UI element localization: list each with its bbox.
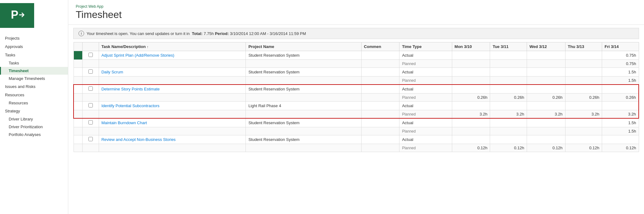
sidebar-item-resources-sub[interactable]: Resources	[0, 99, 68, 107]
col-indicator	[74, 42, 83, 51]
fri-cell	[602, 135, 639, 144]
svg-text:P: P	[11, 8, 18, 21]
wed-cell	[527, 118, 565, 127]
table-row: Daily ScrumStudent Reservation SystemAct…	[74, 68, 639, 76]
project-cell: Student Reservation System	[246, 118, 361, 127]
fri-cell: 0.75h	[602, 51, 639, 60]
sidebar-item-portfolio-analyses[interactable]: Portfolio Analyses	[0, 131, 68, 138]
thu-cell: 0.26h	[565, 94, 602, 102]
info-message: Your timesheet is open. You can send upd…	[87, 31, 306, 36]
time-type-cell: Planned	[399, 60, 452, 68]
indicator-cell	[74, 51, 83, 60]
mon-cell	[452, 118, 490, 127]
sidebar-section-tasks[interactable]: Tasks	[0, 51, 68, 59]
mon-cell	[452, 51, 490, 60]
checkbox-cell	[83, 110, 99, 119]
project-cell: Student Reservation System	[246, 85, 361, 94]
wed-cell	[527, 68, 565, 76]
task-cell	[99, 110, 246, 119]
task-cell	[99, 94, 246, 102]
time-type-cell: Planned	[399, 76, 452, 85]
time-type-cell: Planned	[399, 94, 452, 102]
task-cell	[99, 60, 246, 68]
task-link[interactable]: Maintain Burndown Chart	[101, 120, 147, 125]
checkbox-cell	[83, 144, 99, 152]
row-checkbox[interactable]	[88, 137, 93, 141]
task-link[interactable]: Adjust Sprint Plan (Add/Remove Stories)	[101, 53, 174, 58]
sidebar-section-issues-risks[interactable]: Issues and Risks	[0, 82, 68, 91]
time-type-cell: Actual	[399, 135, 452, 144]
thu-cell	[565, 68, 602, 76]
fri-cell: 1.5h	[602, 76, 639, 85]
wed-cell	[527, 127, 565, 135]
sidebar-section-strategy[interactable]: Strategy	[0, 107, 68, 115]
thu-cell	[565, 135, 602, 144]
checkbox-cell	[83, 60, 99, 68]
comment-cell	[361, 85, 399, 94]
mon-cell	[452, 60, 490, 68]
sidebar-section-resources[interactable]: Resources	[0, 91, 68, 99]
row-checkbox[interactable]	[88, 120, 93, 124]
sidebar-item-tasks-sub[interactable]: Tasks	[0, 59, 68, 67]
indicator-cell	[74, 144, 83, 152]
mon-cell: 0.26h	[452, 94, 490, 102]
task-link[interactable]: Identify Potential Subcontractors	[101, 103, 160, 108]
indicator-cell	[74, 118, 83, 127]
comment-cell	[361, 110, 399, 119]
task-cell: Determine Story Points Estimate	[99, 85, 246, 94]
indicator-cell	[74, 76, 83, 85]
task-cell: Review and Accept Non-Business Stories	[99, 135, 246, 144]
tue-cell: 3.2h	[490, 110, 527, 119]
checkbox-cell	[83, 118, 99, 127]
checkbox-cell	[83, 51, 99, 60]
mon-cell	[452, 68, 490, 76]
task-link[interactable]: Daily Scrum	[101, 70, 123, 74]
table-row: Planned1.5h	[74, 127, 639, 135]
checkbox-cell	[83, 127, 99, 135]
sidebar-section-approvals[interactable]: Approvals	[0, 42, 68, 51]
indicator-cell	[74, 102, 83, 110]
row-checkbox[interactable]	[88, 86, 93, 91]
table-header-row: Task Name/Description ↑ Project Name Com…	[74, 42, 639, 51]
project-cell	[246, 76, 361, 85]
wed-cell	[527, 60, 565, 68]
tue-cell	[490, 60, 527, 68]
col-comment: Commen	[361, 42, 399, 51]
row-checkbox[interactable]	[88, 103, 93, 107]
comment-cell	[361, 76, 399, 85]
time-type-cell: Actual	[399, 85, 452, 94]
row-checkbox[interactable]	[88, 53, 93, 57]
wed-cell	[527, 76, 565, 85]
main-content: Project Web App Timesheet i Your timeshe…	[68, 0, 644, 214]
checkbox-cell	[83, 135, 99, 144]
table-row: Determine Story Points EstimateStudent R…	[74, 85, 639, 94]
project-cell: Light Rail Phase 4	[246, 102, 361, 110]
sidebar-item-manage-timesheets[interactable]: Manage Timesheets	[0, 75, 68, 82]
sidebar-item-timesheet[interactable]: Timesheet	[0, 67, 68, 75]
row-checkbox[interactable]	[88, 69, 93, 74]
wed-cell	[527, 135, 565, 144]
sidebar-item-driver-prioritization[interactable]: Driver Prioritization	[0, 123, 68, 131]
sidebar-item-driver-library[interactable]: Driver Library	[0, 115, 68, 123]
thu-cell: 3.2h	[565, 110, 602, 119]
table-row: Review and Accept Non-Business StoriesSt…	[74, 135, 639, 144]
table-row: Maintain Burndown ChartStudent Reservati…	[74, 118, 639, 127]
time-type-cell: Actual	[399, 102, 452, 110]
mon-cell	[452, 102, 490, 110]
project-cell: Student Reservation System	[246, 51, 361, 60]
task-cell: Adjust Sprint Plan (Add/Remove Stories)	[99, 51, 246, 60]
comment-cell	[361, 102, 399, 110]
task-link[interactable]: Determine Story Points Estimate	[101, 87, 160, 91]
comment-cell	[361, 51, 399, 60]
task-link[interactable]: Review and Accept Non-Business Stories	[101, 137, 176, 142]
mon-cell	[452, 127, 490, 135]
app-logo: P	[0, 3, 34, 28]
col-task-name: Task Name/Description ↑	[99, 42, 246, 51]
table-row: Planned0.75h	[74, 60, 639, 68]
table-row: Identify Potential SubcontractorsLight R…	[74, 102, 639, 110]
fri-cell: 1.5h	[602, 118, 639, 127]
indicator-cell	[74, 85, 83, 94]
sidebar-section-projects[interactable]: Projects	[0, 34, 68, 42]
sidebar: P ProjectsApprovalsTasksTasksTimesheetMa…	[0, 0, 68, 214]
task-cell	[99, 76, 246, 85]
